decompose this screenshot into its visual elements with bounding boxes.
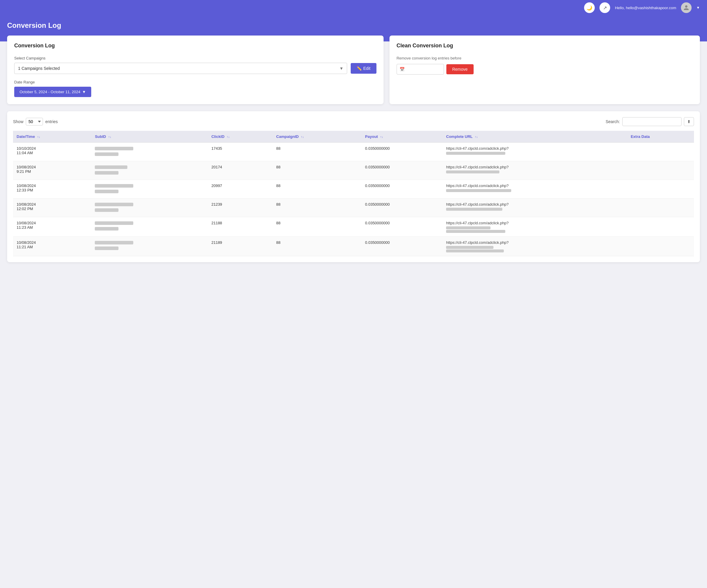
entries-select[interactable]: 50 10 25 100 <box>26 118 43 125</box>
cell-url: https://cli-47.clpcld.com/adclick.php? <box>442 237 627 256</box>
subid-blurred2 <box>95 227 119 230</box>
sort-campaignid-icon: ↑↓ <box>301 135 304 139</box>
col-header-clickid[interactable]: ClickID ↑↓ <box>208 131 273 143</box>
date-range-label: Date Range <box>14 80 376 84</box>
cell-extradata <box>627 198 694 217</box>
remove-button[interactable]: Remove <box>446 64 474 74</box>
select-campaigns-row: 1 Campaigns Selected ▼ ✏️ Edit <box>14 63 376 74</box>
cell-subid <box>91 237 208 256</box>
url-blurred <box>446 171 499 174</box>
col-header-payout[interactable]: Payout ↑↓ <box>362 131 443 143</box>
table-row: 10/08/2024 11:23 AM 21188 88 0.035000000… <box>13 217 694 237</box>
conversion-log-card-title: Conversion Log <box>14 43 376 49</box>
campaigns-select-wrapper: 1 Campaigns Selected ▼ <box>14 63 347 74</box>
cell-clickid: 21239 <box>208 198 273 217</box>
avatar[interactable] <box>681 2 692 13</box>
col-header-extradata: Extra Data <box>627 131 694 143</box>
cell-subid <box>91 143 208 161</box>
cell-datetime: 10/08/2024 11:21 AM <box>13 237 91 256</box>
url-blurred2 <box>446 250 504 252</box>
edit-label: Edit <box>363 66 371 71</box>
table-row: 10/08/2024 9:21 PM 20174 88 0.0350000000… <box>13 161 694 180</box>
cell-url: https://cli-47.clpcld.com/adclick.php? <box>442 180 627 198</box>
cell-payout: 0.0350000000 <box>362 237 443 256</box>
export-button[interactable]: ⬆ <box>684 117 694 126</box>
subid-blurred2 <box>95 171 119 175</box>
cell-subid <box>91 198 208 217</box>
sort-url-icon: ↑↓ <box>475 135 478 139</box>
expand-icon: ↗ <box>603 5 607 11</box>
cell-payout: 0.0350000000 <box>362 161 443 180</box>
table-row: 10/10/2024 11:04 AM 17435 88 0.035000000… <box>13 143 694 161</box>
cell-datetime: 10/10/2024 11:04 AM <box>13 143 91 161</box>
dark-mode-toggle[interactable]: 🌙 <box>584 2 595 13</box>
cell-campaignid: 88 <box>273 198 362 217</box>
sort-datetime-icon: ↑↓ <box>37 135 40 139</box>
search-label: Search: <box>606 119 620 124</box>
cell-payout: 0.0350000000 <box>362 217 443 237</box>
col-header-subid[interactable]: SubID ↑↓ <box>91 131 208 143</box>
subid-blurred <box>95 147 133 150</box>
main-content: Conversion Log Select Campaigns 1 Campai… <box>0 36 707 269</box>
remove-button-label: Remove <box>452 67 468 72</box>
expand-button[interactable]: ↗ <box>600 2 610 13</box>
cell-datetime: 10/08/2024 9:21 PM <box>13 161 91 180</box>
subid-blurred2 <box>95 247 119 250</box>
show-label: Show <box>13 119 24 124</box>
conversion-log-card: Conversion Log Select Campaigns 1 Campai… <box>7 36 383 104</box>
cards-row: Conversion Log Select Campaigns 1 Campai… <box>7 36 700 104</box>
url-blurred2 <box>446 230 505 233</box>
top-nav: 🌙 ↗ Hello, hello@vashishthakapoor.com ▼ <box>0 0 707 15</box>
export-icon: ⬆ <box>687 119 691 124</box>
table-header: Date/Time ↑↓ SubID ↑↓ ClickID ↑↓ Campaig… <box>13 131 694 143</box>
subid-blurred2 <box>95 152 119 156</box>
sort-clickid-icon: ↑↓ <box>227 135 230 139</box>
page-title: Conversion Log <box>7 21 700 30</box>
cell-payout: 0.0350000000 <box>362 143 443 161</box>
col-header-datetime[interactable]: Date/Time ↑↓ <box>13 131 91 143</box>
table-row: 10/08/2024 12:02 PM 21239 88 0.035000000… <box>13 198 694 217</box>
sort-payout-icon: ↑↓ <box>380 135 383 139</box>
cell-url: https://cli-47.clpcld.com/adclick.php? <box>442 161 627 180</box>
sort-subid-icon: ↑↓ <box>108 135 111 139</box>
table-row: 10/08/2024 11:21 AM 21189 88 0.035000000… <box>13 237 694 256</box>
entries-label: entries <box>45 119 58 124</box>
user-dropdown-arrow[interactable]: ▼ <box>696 6 700 10</box>
cell-subid <box>91 217 208 237</box>
cell-campaignid: 88 <box>273 143 362 161</box>
cell-clickid: 20174 <box>208 161 273 180</box>
cell-subid <box>91 180 208 198</box>
search-row: Search: ⬆ <box>606 117 694 126</box>
search-input[interactable] <box>622 117 681 126</box>
edit-button[interactable]: ✏️ Edit <box>351 63 376 74</box>
date-range-button[interactable]: October 5, 2024 - October 11, 2024 ▼ <box>14 87 91 97</box>
col-header-url[interactable]: Complete URL ↑↓ <box>442 131 627 143</box>
cell-extradata <box>627 180 694 198</box>
subid-blurred <box>95 184 133 188</box>
subid-blurred <box>95 221 133 225</box>
cell-clickid: 17435 <box>208 143 273 161</box>
cell-url: https://cli-47.clpcld.com/adclick.php? <box>442 217 627 237</box>
cell-datetime: 10/08/2024 11:23 AM <box>13 217 91 237</box>
subid-blurred2 <box>95 208 119 212</box>
cell-url: https://cli-47.clpcld.com/adclick.php? <box>442 198 627 217</box>
cell-extradata <box>627 217 694 237</box>
calendar-icon: 📅 <box>400 67 405 72</box>
clean-log-card-title: Clean Conversion Log <box>397 43 693 49</box>
url-blurred <box>446 226 491 229</box>
remove-entries-label: Remove conversion log entries before <box>397 56 693 60</box>
campaigns-select[interactable]: 1 Campaigns Selected <box>14 63 347 74</box>
url-blurred <box>446 152 505 155</box>
col-header-campaignid[interactable]: CampaignID ↑↓ <box>273 131 362 143</box>
table-body: 10/10/2024 11:04 AM 17435 88 0.035000000… <box>13 143 694 256</box>
subid-blurred <box>95 241 133 245</box>
moon-icon: 🌙 <box>586 5 593 11</box>
cell-campaignid: 88 <box>273 237 362 256</box>
campaigns-selected-text: 1 Campaigns Selected <box>18 66 60 71</box>
remove-row: 📅 Remove <box>397 64 693 75</box>
url-blurred <box>446 208 502 211</box>
show-entries: Show 50 10 25 100 entries <box>13 118 58 125</box>
cell-extradata <box>627 143 694 161</box>
table-section: Show 50 10 25 100 entries Search: ⬆ <box>7 111 700 262</box>
table-controls: Show 50 10 25 100 entries Search: ⬆ <box>13 117 694 126</box>
